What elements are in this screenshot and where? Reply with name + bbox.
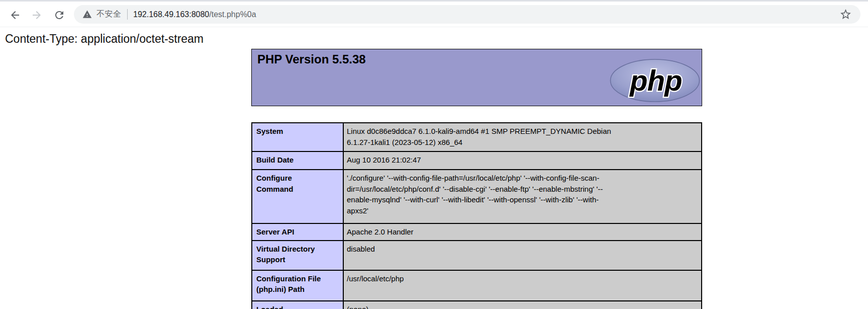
url-text[interactable]: 192.168.49.163:8080/test.php%0a <box>133 10 256 19</box>
star-outline-icon <box>839 8 852 21</box>
security-status-label[interactable]: 不安全 <box>97 9 122 20</box>
omnibox-separator <box>127 9 128 20</box>
url-path: /test.php%0a <box>209 10 256 19</box>
address-bar[interactable]: 不安全 192.168.49.163:8080/test.php%0a <box>74 5 860 24</box>
refresh-icon <box>53 9 65 21</box>
row-label: Server API <box>252 223 343 241</box>
row-value: './configure' '--with-config-file-path=/… <box>343 170 702 223</box>
row-label: Loaded <box>252 301 343 309</box>
php-logo-text: php <box>629 64 682 97</box>
row-label: Configure Command <box>252 170 343 223</box>
forward-button[interactable] <box>30 8 44 22</box>
table-row: System Linux d0c86e9ddca7 6.1.0-kali9-am… <box>252 123 702 151</box>
row-label: System <box>252 123 343 151</box>
back-button[interactable] <box>8 8 22 22</box>
content-type-text: Content-Type: application/octet-stream <box>5 32 204 46</box>
php-version-title: PHP Version 5.5.38 <box>257 52 366 66</box>
row-label: Configuration File (php.ini) Path <box>252 270 343 301</box>
phpinfo-table: System Linux d0c86e9ddca7 6.1.0-kali9-am… <box>251 122 702 309</box>
row-label: Virtual Directory Support <box>252 241 343 270</box>
row-value: disabled <box>343 241 702 270</box>
php-logo: php <box>610 59 700 102</box>
table-row: Virtual Directory Support disabled <box>252 241 702 270</box>
bookmark-button[interactable] <box>839 8 852 21</box>
php-version-header: PHP Version 5.5.38 php <box>251 49 702 106</box>
table-row: Build Date Aug 10 2016 21:02:47 <box>252 151 702 170</box>
row-value: Apache 2.0 Handler <box>343 223 702 241</box>
row-value: Linux d0c86e9ddca7 6.1.0-kali9-amd64 #1 … <box>343 123 702 151</box>
arrow-right-icon <box>31 9 43 21</box>
security-warning-icon <box>82 10 92 19</box>
browser-toolbar: 不安全 192.168.49.163:8080/test.php%0a <box>0 0 868 27</box>
row-value: (none) <box>343 301 702 309</box>
reload-button[interactable] <box>52 8 66 22</box>
row-value: /usr/local/etc/php <box>343 270 702 301</box>
table-row: Configuration File (php.ini) Path /usr/l… <box>252 270 702 301</box>
table-row: Server API Apache 2.0 Handler <box>252 223 702 241</box>
table-row: Loaded (none) <box>252 301 702 309</box>
arrow-left-icon <box>9 9 21 21</box>
url-host: 192.168.49.163:8080 <box>133 10 209 19</box>
row-value: Aug 10 2016 21:02:47 <box>343 151 702 170</box>
table-row: Configure Command './configure' '--with-… <box>252 170 702 223</box>
page-content: Content-Type: application/octet-stream P… <box>0 28 868 309</box>
row-label: Build Date <box>252 151 343 170</box>
